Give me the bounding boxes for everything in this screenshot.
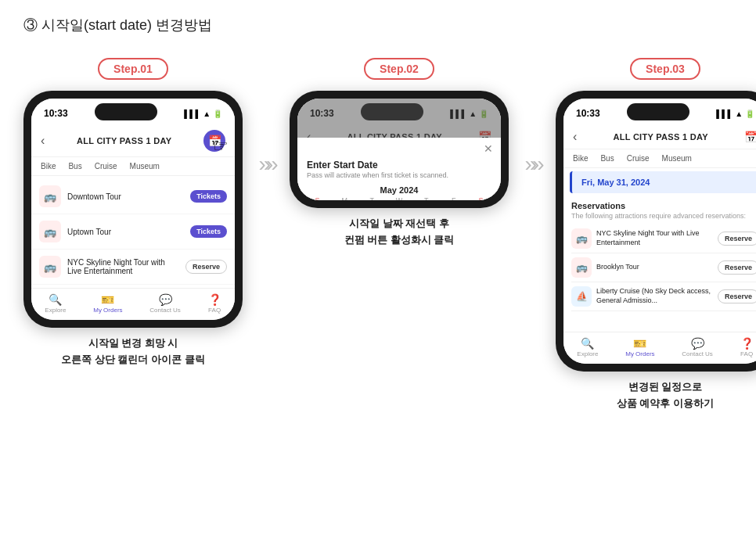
dynamic-island-1 xyxy=(95,103,157,120)
faq-label-3: FAQ xyxy=(740,350,753,357)
res-section-subtitle: The following attractions require advanc… xyxy=(571,212,756,220)
nav-myorders-3[interactable]: 🎫 My Orders xyxy=(625,337,654,357)
day-s1: S xyxy=(304,196,331,200)
res-skyline-icon: 🚌 xyxy=(571,228,592,249)
bottom-nav-1: 🔍 Explore 🎫 My Orders 💬 Contact Us xyxy=(31,288,235,320)
tab-museum-3[interactable]: Museum xyxy=(659,153,695,164)
skyline-reserve-btn[interactable]: Reserve xyxy=(185,260,227,274)
res-liberty-name: Liberty Cruise (No Sky Deck access, Gene… xyxy=(596,287,713,305)
nav-faq-1[interactable]: ❓ FAQ xyxy=(208,293,221,314)
res-brooklyn-btn[interactable]: Reserve xyxy=(718,260,756,275)
contact-icon-1: 💬 xyxy=(159,293,172,306)
res-liberty-btn[interactable]: Reserve xyxy=(718,289,756,303)
phone-3: 10:33 ▌▌▌ ▲ 🔋 ‹ ALL CITY PASS 1 DAY 📅 Bi… xyxy=(556,91,756,372)
step-1-label: Step.01 xyxy=(98,58,168,80)
app-title-3: ALL CITY PASS 1 DAY xyxy=(577,132,744,142)
cal-modal-title: Enter Start Date xyxy=(307,160,491,171)
res-skyline-btn[interactable]: Reserve xyxy=(718,232,756,246)
day-w: W xyxy=(386,196,413,200)
faq-icon-3: ❓ xyxy=(740,337,754,350)
time-1: 10:33 xyxy=(44,108,68,119)
cal-month-label: May 2024 xyxy=(297,182,501,196)
time-3: 10:33 xyxy=(576,108,600,119)
res-brooklyn-icon: 🚌 xyxy=(571,257,592,278)
nav-contact-3[interactable]: 💬 Contact Us xyxy=(682,337,713,357)
myorders-label-3: My Orders xyxy=(625,350,654,357)
tab-bus[interactable]: Bus xyxy=(65,160,85,172)
uptown-tickets-btn[interactable]: Tickets xyxy=(190,225,227,238)
step-1-desc: 시작일 변경 희망 시오른쪽 상단 캘린더 아이콘 클릭 xyxy=(61,336,204,368)
app-tabs-3: Bike Bus Cruise Museum xyxy=(563,149,756,168)
phone-2-screen: 10:33 ▌▌▌ ▲ 🔋 ‹ ALL CITY PASS 1 DAY 📅 Bi xyxy=(297,99,501,200)
res-brooklyn-name: Brooklyn Tour xyxy=(596,263,713,272)
faq-icon-1: ❓ xyxy=(208,293,221,306)
app-tabs-1: Bike Bus Cruise Museum xyxy=(31,157,235,176)
explore-label-1: Explore xyxy=(45,307,66,314)
calendar-overlay: ✕ Enter Start Date Pass will activate wh… xyxy=(297,99,501,200)
step-2-wrapper: Step.02 10:33 ▌▌▌ ▲ 🔋 ‹ ALL CITY PASS 1 … xyxy=(290,58,509,249)
skyline-icon: 🚌 xyxy=(39,256,61,278)
nav-explore-1[interactable]: 🔍 Explore xyxy=(45,293,66,314)
myorders-icon-3: 🎫 xyxy=(633,337,646,350)
tab-bike-3[interactable]: Bike xyxy=(570,153,591,164)
tab-bike[interactable]: Bike xyxy=(38,160,59,172)
nav-contact-1[interactable]: 💬 Contact Us xyxy=(149,293,181,314)
status-bar-3: 10:33 ▌▌▌ ▲ 🔋 xyxy=(563,99,756,125)
page-container: ③ 시작일(start date) 변경방법 Step.01 10:33 ▌▌▌… xyxy=(23,16,733,412)
calendar-icon-3: 📅 xyxy=(744,131,756,143)
arrow-1: »» xyxy=(250,152,282,177)
close-btn-row: ✕ xyxy=(297,138,501,155)
cal-header: Enter Start Date Pass will activate when… xyxy=(297,155,501,182)
contact-label-1: Contact Us xyxy=(149,307,181,314)
nav-myorders-1[interactable]: 🎫 My Orders xyxy=(93,293,122,314)
myorders-icon-1: 🎫 xyxy=(101,293,114,306)
day-m: M xyxy=(331,196,358,200)
steps-row: Step.01 10:33 ▌▌▌ ▲ 🔋 ‹ ALL CITY PASS 1 … xyxy=(23,58,733,412)
res-item-skyline: 🚌 NYC Skyline Night Tour with Live Enter… xyxy=(571,224,756,253)
downtown-tickets-btn[interactable]: Tickets xyxy=(190,190,227,203)
page-title: ③ 시작일(start date) 변경방법 xyxy=(23,16,733,34)
myorders-label-1: My Orders xyxy=(93,307,122,314)
contact-label-3: Contact Us xyxy=(682,350,713,357)
phone-1-screen: 10:33 ▌▌▌ ▲ 🔋 ‹ ALL CITY PASS 1 DAY 📅 ☞ xyxy=(31,99,235,320)
tour-item-downtown: 🚌 Downtown Tour Tickets xyxy=(31,179,235,214)
downtown-name: Downtown Tour xyxy=(67,192,184,201)
tab-museum[interactable]: Museum xyxy=(127,160,163,172)
tab-cruise-3[interactable]: Cruise xyxy=(624,153,653,164)
app-title-1: ALL CITY PASS 1 DAY xyxy=(45,136,203,145)
res-item-liberty: ⛵ Liberty Cruise (No Sky Deck access, Ge… xyxy=(571,282,756,311)
step-3-desc: 변경된 일정으로상품 예약후 이용하기 xyxy=(617,379,714,412)
day-f: F xyxy=(440,196,467,200)
res-section-title: Reservations xyxy=(571,201,756,210)
nav-faq-3[interactable]: ❓ FAQ xyxy=(740,337,754,357)
cal-days-header: S M T W T F S xyxy=(304,196,495,200)
calendar-icon-button[interactable]: 📅 xyxy=(203,130,225,152)
phone-2: 10:33 ▌▌▌ ▲ 🔋 ‹ ALL CITY PASS 1 DAY 📅 Bi xyxy=(290,91,509,208)
cal-modal-subtitle: Pass will activate when first ticket is … xyxy=(307,171,491,179)
status-icons-3: ▌▌▌ ▲ 🔋 xyxy=(716,110,754,118)
uptown-name: Uptown Tour xyxy=(67,228,184,236)
day-t1: T xyxy=(358,196,386,200)
faq-label-1: FAQ xyxy=(208,307,221,314)
reservations-section: Reservations The following attractions r… xyxy=(563,196,756,316)
downtown-icon: 🚌 xyxy=(39,185,61,207)
tab-cruise[interactable]: Cruise xyxy=(92,160,121,172)
tab-bus-3[interactable]: Bus xyxy=(597,153,617,164)
date-banner: Fri, May 31, 2024 xyxy=(570,171,756,193)
res-skyline-name: NYC Skyline Night Tour with Live Enterta… xyxy=(596,229,713,247)
uptown-icon: 🚌 xyxy=(39,221,61,242)
arrow-2: »» xyxy=(517,152,548,177)
phone-3-screen: 10:33 ▌▌▌ ▲ 🔋 ‹ ALL CITY PASS 1 DAY 📅 Bi… xyxy=(563,99,756,364)
explore-icon-3: 🔍 xyxy=(581,337,594,350)
nav-explore-3[interactable]: 🔍 Explore xyxy=(577,337,598,357)
close-modal-btn[interactable]: ✕ xyxy=(484,142,493,155)
skyline-name: NYC Skyline Night Tour with Live Enterta… xyxy=(67,258,179,275)
status-icons-1: ▌▌▌ ▲ 🔋 xyxy=(184,110,222,118)
tour-item-uptown: 🚌 Uptown Tour Tickets xyxy=(31,214,235,250)
cal-grid: S M T W T F S xyxy=(297,196,501,200)
explore-icon-1: 🔍 xyxy=(49,293,62,306)
phone-1: 10:33 ▌▌▌ ▲ 🔋 ‹ ALL CITY PASS 1 DAY 📅 ☞ xyxy=(23,91,243,328)
contact-icon-3: 💬 xyxy=(691,337,704,350)
bottom-nav-3: 🔍 Explore 🎫 My Orders 💬 Contact Us xyxy=(563,332,756,364)
app-header-1: ‹ ALL CITY PASS 1 DAY 📅 xyxy=(31,125,235,157)
